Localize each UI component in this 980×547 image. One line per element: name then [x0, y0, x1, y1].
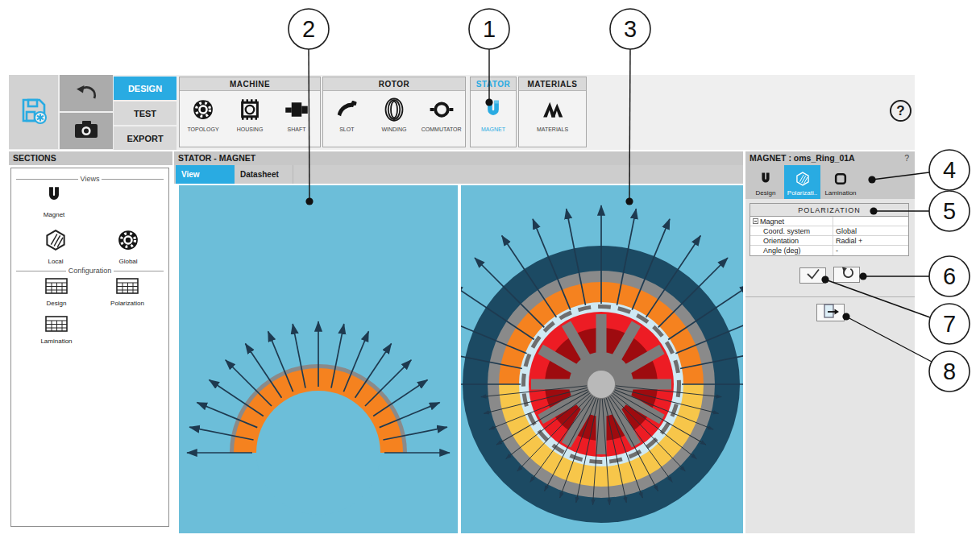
sidebar-item-lamination[interactable]: Lamination — [26, 316, 87, 345]
magnet-icon — [758, 170, 774, 188]
magnet-properties-panel: Design Polarizati.. L — [745, 165, 915, 533]
global-icon — [116, 228, 140, 255]
commutator-button[interactable]: COMMUTATOR — [417, 96, 465, 132]
machine-group: MACHINE TOPOLOGY — [179, 77, 321, 147]
panel-tabbar: Design Polarizati.. L — [745, 165, 915, 199]
slot-icon — [334, 96, 359, 123]
panel-tab-design[interactable]: Design — [748, 167, 783, 199]
toolbar: DESIGN TEST EXPORT MACHINE TOPOLOGY — [9, 75, 915, 150]
undo-button[interactable] — [60, 75, 113, 111]
winding-icon — [382, 96, 406, 123]
callout-number: 4 — [943, 157, 956, 183]
stator-group: STATOR MAGNET — [470, 77, 517, 147]
slot-button[interactable]: SLOT — [323, 96, 371, 132]
sidebar-item-magnet[interactable]: Magnet — [31, 184, 77, 218]
machine-cross-section-canvas[interactable] — [461, 185, 743, 533]
undo-icon — [73, 81, 99, 106]
table-icon — [45, 316, 68, 335]
apply-button[interactable] — [799, 267, 826, 284]
local-icon — [44, 228, 68, 255]
panel-help-icon[interactable]: ? — [904, 151, 909, 165]
table-row[interactable]: Magnet — [750, 217, 908, 226]
camera-icon — [73, 118, 100, 144]
export-datasheet-button[interactable] — [816, 304, 845, 321]
slot-label: SLOT — [339, 126, 354, 132]
magnet-button[interactable]: MAGNET — [471, 96, 516, 132]
help-icon[interactable]: ? — [890, 100, 911, 122]
main-tabbar: View Datasheet — [174, 165, 743, 184]
views-separator: Views — [16, 175, 164, 183]
row-label-cell: Coord. system — [750, 226, 833, 235]
callout-number: 6 — [943, 263, 956, 289]
panel-header: MAGNET : oms_Ring_01A ? — [745, 151, 915, 165]
local-view-label: Local — [48, 258, 63, 265]
row-value-cell[interactable]: Global — [833, 226, 908, 235]
row-label: Angle (deg) — [763, 246, 801, 255]
camera-button[interactable] — [60, 113, 113, 149]
table-row[interactable]: Orientation Radial + — [750, 236, 908, 246]
table-icon — [116, 278, 139, 297]
row-value-cell[interactable]: Radial + — [833, 236, 908, 245]
materials-label: MATERIALS — [537, 126, 568, 132]
global-view-label: Global — [118, 258, 137, 265]
save-button[interactable] — [9, 75, 58, 149]
callout-number: 2 — [302, 16, 315, 42]
test-mode-button[interactable]: TEST — [114, 102, 176, 125]
views-separator-label: Views — [78, 175, 102, 183]
callout-number: 5 — [943, 198, 956, 224]
configuration-separator: Configuration — [16, 267, 164, 275]
table-icon — [45, 278, 68, 297]
magnet-icon — [481, 96, 505, 123]
magnet-segment-canvas[interactable] — [179, 185, 458, 533]
sidebar-item-global[interactable]: Global — [105, 228, 152, 265]
callout-number: 7 — [943, 311, 956, 337]
magnet-view-label: Magnet — [44, 211, 65, 218]
polarization-config-label: Polarization — [110, 300, 144, 307]
row-value-cell[interactable]: - — [833, 246, 908, 255]
magnet-label: MAGNET — [481, 126, 505, 132]
lamination-config-label: Lamination — [40, 338, 72, 345]
panel-tab-lamination[interactable]: Lamination — [821, 167, 860, 199]
materials-group: MATERIALS MATERIALS — [518, 77, 587, 147]
callout-number: 3 — [624, 16, 637, 42]
export-mode-button[interactable]: EXPORT — [114, 126, 176, 150]
table-row[interactable]: Angle (deg) - — [750, 246, 908, 255]
row-value-cell[interactable] — [833, 217, 908, 226]
winding-label: WINDING — [381, 126, 406, 132]
panel-tab-lamination-label: Lamination — [824, 189, 856, 197]
row-label-cell[interactable]: Magnet — [750, 217, 833, 226]
magnet-segment-drawing — [179, 185, 458, 533]
topology-label: TOPOLOGY — [187, 126, 218, 132]
callout-number: 8 — [943, 358, 956, 384]
table-row[interactable]: Coord. system Global — [750, 226, 908, 236]
tab-view[interactable]: View — [176, 165, 235, 184]
check-icon — [805, 267, 821, 284]
shaft-button[interactable]: SHAFT — [273, 96, 320, 132]
tab-datasheet[interactable]: Datasheet — [235, 165, 293, 184]
row-label-cell: Angle (deg) — [750, 246, 833, 255]
housing-icon — [238, 96, 262, 123]
winding-button[interactable]: WINDING — [371, 96, 418, 132]
sidebar-item-design[interactable]: Design — [34, 278, 79, 307]
row-label-cell: Orientation — [750, 236, 833, 245]
revert-button[interactable] — [833, 267, 860, 283]
row-label: Orientation — [763, 236, 799, 246]
polarization-table-header: POLARIZATION — [750, 204, 908, 217]
design-mode-button[interactable]: DESIGN — [114, 77, 176, 100]
configuration-separator-label: Configuration — [66, 267, 114, 275]
panel-separator — [745, 296, 915, 297]
topology-button[interactable]: TOPOLOGY — [180, 96, 226, 132]
polarization-icon — [795, 170, 811, 188]
collapse-icon[interactable] — [753, 218, 758, 224]
materials-button[interactable]: MATERIALS — [519, 96, 586, 132]
housing-button[interactable]: HOUSING — [226, 96, 273, 132]
sidebar-item-local[interactable]: Local — [32, 228, 79, 265]
polarization-table: POLARIZATION Magnet Coord. system Global… — [750, 203, 909, 256]
sidebar-item-polarization[interactable]: Polarization — [97, 278, 158, 307]
housing-label: HOUSING — [237, 126, 264, 132]
commutator-icon — [430, 96, 454, 123]
rotor-group: ROTOR SLOT — [322, 77, 466, 147]
rotate-ccw-icon — [840, 266, 854, 284]
panel-tab-polarization[interactable]: Polarizati.. — [784, 165, 820, 199]
materials-icon — [541, 96, 565, 123]
